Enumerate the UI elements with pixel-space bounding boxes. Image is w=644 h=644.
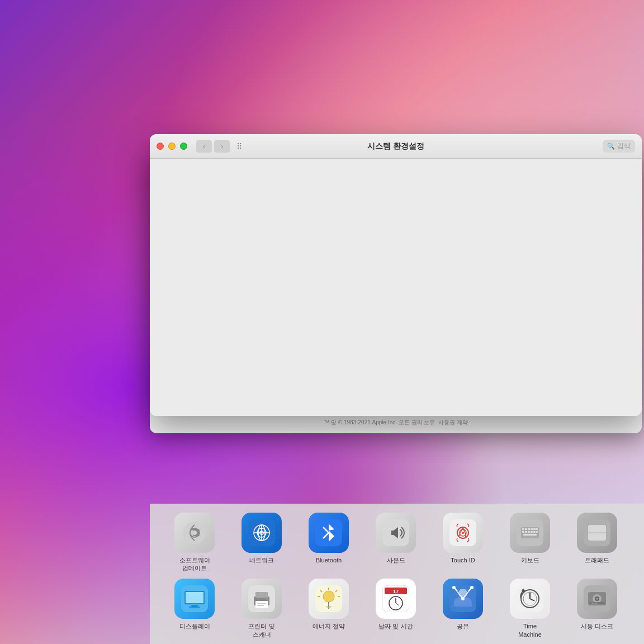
startdisk-label: 시동 디스크 [581, 622, 613, 630]
sound-svg [382, 519, 409, 546]
dock-item-datetime[interactable]: 17 날짜 및 시간 [362, 579, 429, 638]
dock-row-2: 디스플레이 프린터 및 스캐너 [161, 579, 633, 638]
window-title: 시스템 환경설정 [367, 141, 424, 151]
svg-rect-20 [528, 528, 530, 530]
sharing-svg [449, 585, 476, 612]
dock-item-touchid[interactable]: Touch ID [429, 513, 496, 572]
svg-rect-28 [533, 531, 536, 533]
trackpad-label: 트래패드 [585, 556, 609, 564]
trackpad-icon-wrapper [577, 513, 617, 553]
keyboard-label: 키보드 [521, 556, 539, 564]
keyboard-svg [517, 519, 543, 546]
energy-label: 에너지 절약 [312, 622, 345, 630]
dock-item-printer[interactable]: 프린터 및 스캐너 [228, 579, 295, 638]
svg-point-2 [192, 531, 197, 535]
svg-rect-44 [257, 605, 264, 606]
startdisk-icon-wrapper [577, 579, 617, 619]
system-preferences-window: ‹ › ⠿ 시스템 환경설정 🔍 검색 [150, 134, 642, 416]
dock-item-startdisk[interactable]: 시동 디스크 [564, 579, 631, 638]
nav-forward-button[interactable]: › [214, 140, 230, 153]
software-update-svg [181, 519, 208, 546]
maximize-button[interactable] [180, 143, 187, 150]
startdisk-svg [584, 585, 610, 612]
svg-rect-36 [186, 592, 203, 603]
touchid-label: Touch ID [451, 556, 475, 564]
software-update-icon [174, 513, 215, 553]
svg-rect-41 [255, 592, 268, 598]
sound-label: 사운드 [387, 556, 405, 564]
bluetooth-label: Bluetooth [316, 556, 342, 564]
grid-icon[interactable]: ⠿ [236, 142, 243, 151]
network-label: 네트워크 [249, 556, 274, 564]
traffic-lights [157, 143, 187, 150]
svg-rect-25 [525, 531, 527, 533]
svg-rect-43 [257, 603, 266, 604]
svg-rect-24 [522, 531, 524, 533]
dock-item-software-update[interactable]: 소프트웨어 업데이트 [161, 513, 228, 572]
dock-item-energy[interactable]: 에너지 절약 [295, 579, 362, 638]
timemachine-icon-wrapper [510, 579, 550, 619]
timemachine-label: Time Machine [518, 622, 542, 638]
energy-svg [315, 585, 342, 612]
dock-item-sharing[interactable]: 공유 [429, 579, 496, 638]
close-button[interactable] [157, 143, 164, 150]
svg-rect-19 [525, 528, 527, 530]
svg-rect-37 [191, 605, 198, 607]
svg-rect-26 [528, 531, 530, 533]
touchid-icon-wrapper [443, 513, 483, 553]
datetime-label: 날짜 및 시간 [378, 622, 413, 630]
title-bar: ‹ › ⠿ 시스템 환경설정 🔍 검색 [150, 134, 642, 159]
svg-rect-77 [591, 603, 594, 604]
svg-rect-30 [523, 534, 537, 536]
svg-text:17: 17 [393, 589, 399, 594]
svg-rect-27 [531, 531, 533, 533]
nav-arrows: ‹ › [196, 140, 230, 153]
minimize-button[interactable] [168, 143, 176, 150]
printer-label: 프린터 및 스캐너 [248, 622, 274, 638]
display-label: 디스플레이 [179, 622, 210, 630]
svg-point-47 [323, 591, 334, 602]
printer-icon-wrapper [242, 579, 282, 619]
energy-icon-wrapper [309, 579, 349, 619]
svg-point-60 [458, 589, 467, 598]
svg-rect-18 [522, 528, 524, 530]
dock-row-1: 소프트웨어 업데이트 네트워크 [161, 513, 633, 572]
trackpad-svg [584, 519, 610, 546]
dock-area: 소프트웨어 업데이트 네트워크 [150, 504, 644, 644]
network-svg [248, 519, 275, 546]
svg-rect-21 [531, 528, 533, 530]
printer-svg [248, 585, 275, 612]
bluetooth-svg [315, 519, 342, 546]
search-box[interactable]: 🔍 검색 [603, 140, 635, 153]
sound-icon-wrapper [376, 513, 416, 553]
search-placeholder: 검색 [617, 141, 631, 151]
dock-item-network[interactable]: 네트워크 [228, 513, 295, 572]
svg-rect-23 [536, 528, 538, 530]
dock-item-trackpad[interactable]: 트래패드 [564, 513, 631, 572]
dock-item-bluetooth[interactable]: Bluetooth [295, 513, 362, 572]
svg-rect-29 [536, 531, 538, 533]
svg-rect-38 [189, 607, 200, 608]
svg-point-15 [462, 532, 464, 534]
network-icon-wrapper [242, 513, 282, 553]
search-icon: 🔍 [607, 143, 615, 150]
dock-item-display[interactable]: 디스플레이 [161, 579, 228, 638]
sharing-label: 공유 [457, 622, 469, 630]
svg-rect-22 [533, 528, 536, 530]
dock-item-timemachine[interactable]: Time Machine [496, 579, 564, 638]
display-icon-wrapper [174, 579, 215, 619]
software-update-label: 소프트웨어 업데이트 [179, 556, 210, 572]
svg-rect-78 [595, 603, 597, 604]
touchid-svg [449, 519, 476, 546]
datetime-icon-wrapper: 17 [376, 579, 416, 619]
timemachine-svg [517, 585, 543, 612]
keyboard-icon-wrapper [510, 513, 550, 553]
display-svg [181, 585, 208, 612]
nav-back-button[interactable]: ‹ [196, 140, 212, 153]
datetime-svg: 17 [382, 585, 409, 612]
svg-point-45 [266, 598, 268, 600]
svg-point-75 [596, 598, 598, 600]
bluetooth-icon-wrapper [309, 513, 349, 553]
dock-item-keyboard[interactable]: 키보드 [496, 513, 564, 572]
dock-item-sound[interactable]: 사운드 [362, 513, 429, 572]
